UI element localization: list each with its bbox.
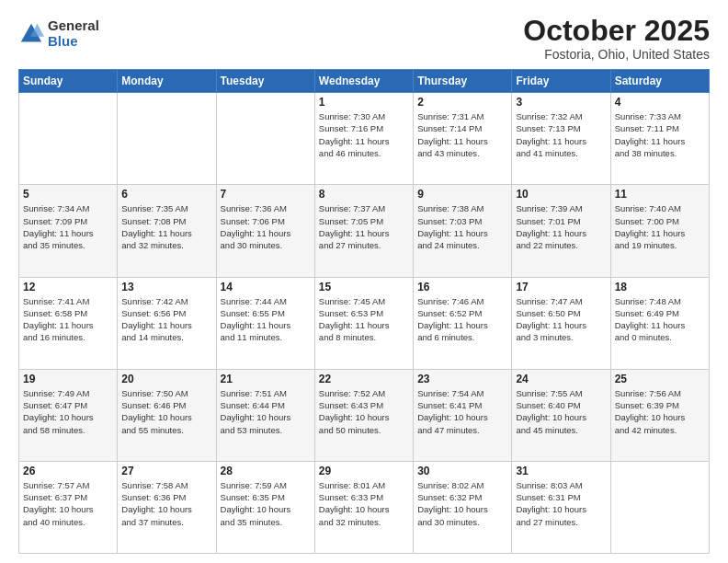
calendar-cell: 13Sunrise: 7:42 AM Sunset: 6:56 PM Dayli… [118, 277, 216, 369]
calendar-cell: 4Sunrise: 7:33 AM Sunset: 7:11 PM Daylig… [610, 93, 709, 185]
day-info: Sunrise: 7:35 AM Sunset: 7:08 PM Dayligh… [121, 202, 211, 251]
day-info: Sunrise: 8:03 AM Sunset: 6:31 PM Dayligh… [516, 479, 606, 528]
day-info: Sunrise: 7:57 AM Sunset: 6:37 PM Dayligh… [23, 479, 113, 528]
calendar-cell: 31Sunrise: 8:03 AM Sunset: 6:31 PM Dayli… [512, 461, 610, 553]
day-number: 13 [121, 281, 211, 293]
day-info: Sunrise: 7:33 AM Sunset: 7:11 PM Dayligh… [615, 110, 705, 159]
calendar-cell: 12Sunrise: 7:41 AM Sunset: 6:58 PM Dayli… [19, 277, 118, 369]
day-info: Sunrise: 7:58 AM Sunset: 6:36 PM Dayligh… [121, 479, 211, 528]
day-number: 19 [23, 373, 113, 385]
calendar-cell [19, 93, 118, 185]
day-number: 3 [516, 96, 606, 109]
day-number: 4 [615, 96, 705, 109]
calendar-cell [118, 93, 216, 185]
calendar-cell: 16Sunrise: 7:46 AM Sunset: 6:52 PM Dayli… [414, 277, 512, 369]
day-info: Sunrise: 7:49 AM Sunset: 6:47 PM Dayligh… [23, 387, 113, 436]
location: Fostoria, Ohio, United States [523, 47, 710, 62]
calendar-cell [610, 461, 709, 553]
col-tuesday: Tuesday [216, 70, 314, 93]
day-info: Sunrise: 7:41 AM Sunset: 6:58 PM Dayligh… [23, 295, 113, 344]
day-info: Sunrise: 7:37 AM Sunset: 7:05 PM Dayligh… [319, 202, 409, 251]
calendar-cell: 2Sunrise: 7:31 AM Sunset: 7:14 PM Daylig… [414, 93, 512, 185]
day-number: 28 [221, 465, 311, 477]
day-number: 22 [319, 373, 409, 385]
day-info: Sunrise: 7:38 AM Sunset: 7:03 PM Dayligh… [417, 202, 507, 251]
calendar-cell: 24Sunrise: 7:55 AM Sunset: 6:40 PM Dayli… [512, 369, 610, 461]
day-info: Sunrise: 7:56 AM Sunset: 6:39 PM Dayligh… [615, 387, 705, 436]
col-thursday: Thursday [414, 70, 512, 93]
day-number: 30 [417, 465, 507, 477]
day-number: 27 [121, 465, 211, 477]
day-info: Sunrise: 7:47 AM Sunset: 6:50 PM Dayligh… [516, 295, 606, 344]
calendar-cell: 8Sunrise: 7:37 AM Sunset: 7:05 PM Daylig… [314, 185, 413, 277]
day-number: 29 [319, 465, 409, 477]
calendar-week-row: 12Sunrise: 7:41 AM Sunset: 6:58 PM Dayli… [19, 277, 710, 369]
day-number: 17 [516, 281, 606, 293]
calendar-cell [216, 93, 314, 185]
day-number: 21 [221, 373, 311, 385]
day-number: 26 [23, 465, 113, 477]
day-number: 31 [516, 465, 606, 477]
day-info: Sunrise: 7:59 AM Sunset: 6:35 PM Dayligh… [221, 479, 311, 528]
calendar-cell: 11Sunrise: 7:40 AM Sunset: 7:00 PM Dayli… [610, 185, 709, 277]
calendar-cell: 7Sunrise: 7:36 AM Sunset: 7:06 PM Daylig… [216, 185, 314, 277]
day-number: 23 [417, 373, 507, 385]
day-info: Sunrise: 7:55 AM Sunset: 6:40 PM Dayligh… [516, 387, 606, 436]
day-number: 25 [615, 373, 705, 385]
day-info: Sunrise: 7:32 AM Sunset: 7:13 PM Dayligh… [516, 110, 606, 159]
calendar-cell: 15Sunrise: 7:45 AM Sunset: 6:53 PM Dayli… [314, 277, 413, 369]
calendar-cell: 27Sunrise: 7:58 AM Sunset: 6:36 PM Dayli… [118, 461, 216, 553]
calendar-week-row: 5Sunrise: 7:34 AM Sunset: 7:09 PM Daylig… [19, 185, 710, 277]
col-saturday: Saturday [610, 70, 709, 93]
day-number: 24 [516, 373, 606, 385]
day-number: 11 [615, 188, 705, 201]
calendar-cell: 9Sunrise: 7:38 AM Sunset: 7:03 PM Daylig… [414, 185, 512, 277]
calendar-cell: 19Sunrise: 7:49 AM Sunset: 6:47 PM Dayli… [19, 369, 118, 461]
day-number: 7 [221, 188, 311, 201]
day-info: Sunrise: 7:50 AM Sunset: 6:46 PM Dayligh… [121, 387, 211, 436]
calendar-cell: 29Sunrise: 8:01 AM Sunset: 6:33 PM Dayli… [314, 461, 413, 553]
calendar-header-row: Sunday Monday Tuesday Wednesday Thursday… [19, 70, 710, 93]
day-number: 10 [516, 188, 606, 201]
header: General Blue October 2025 Fostoria, Ohio… [18, 15, 710, 62]
logo: General Blue [18, 18, 99, 49]
calendar-cell: 17Sunrise: 7:47 AM Sunset: 6:50 PM Dayli… [512, 277, 610, 369]
day-info: Sunrise: 7:46 AM Sunset: 6:52 PM Dayligh… [417, 295, 507, 344]
day-number: 14 [221, 281, 311, 293]
calendar-cell: 6Sunrise: 7:35 AM Sunset: 7:08 PM Daylig… [118, 185, 216, 277]
day-number: 5 [23, 188, 113, 201]
day-number: 6 [121, 188, 211, 201]
day-info: Sunrise: 7:34 AM Sunset: 7:09 PM Dayligh… [23, 202, 113, 251]
day-info: Sunrise: 7:52 AM Sunset: 6:43 PM Dayligh… [319, 387, 409, 436]
day-info: Sunrise: 8:02 AM Sunset: 6:32 PM Dayligh… [417, 479, 507, 528]
day-info: Sunrise: 7:40 AM Sunset: 7:00 PM Dayligh… [615, 202, 705, 251]
day-info: Sunrise: 7:42 AM Sunset: 6:56 PM Dayligh… [121, 295, 211, 344]
day-number: 15 [319, 281, 409, 293]
calendar-cell: 21Sunrise: 7:51 AM Sunset: 6:44 PM Dayli… [216, 369, 314, 461]
calendar-week-row: 26Sunrise: 7:57 AM Sunset: 6:37 PM Dayli… [19, 461, 710, 553]
calendar-cell: 3Sunrise: 7:32 AM Sunset: 7:13 PM Daylig… [512, 93, 610, 185]
day-info: Sunrise: 7:48 AM Sunset: 6:49 PM Dayligh… [615, 295, 705, 344]
calendar-table: Sunday Monday Tuesday Wednesday Thursday… [18, 69, 710, 554]
logo-blue-text: Blue [48, 34, 99, 50]
day-number: 8 [319, 188, 409, 201]
day-info: Sunrise: 7:30 AM Sunset: 7:16 PM Dayligh… [319, 110, 409, 159]
month-title: October 2025 [523, 15, 710, 47]
calendar-cell: 25Sunrise: 7:56 AM Sunset: 6:39 PM Dayli… [610, 369, 709, 461]
calendar-week-row: 1Sunrise: 7:30 AM Sunset: 7:16 PM Daylig… [19, 93, 710, 185]
calendar-cell: 28Sunrise: 7:59 AM Sunset: 6:35 PM Dayli… [216, 461, 314, 553]
day-number: 16 [417, 281, 507, 293]
day-info: Sunrise: 7:36 AM Sunset: 7:06 PM Dayligh… [221, 202, 311, 251]
col-friday: Friday [512, 70, 610, 93]
day-info: Sunrise: 7:31 AM Sunset: 7:14 PM Dayligh… [417, 110, 507, 159]
day-info: Sunrise: 7:44 AM Sunset: 6:55 PM Dayligh… [221, 295, 311, 344]
day-number: 18 [615, 281, 705, 293]
day-info: Sunrise: 7:51 AM Sunset: 6:44 PM Dayligh… [221, 387, 311, 436]
day-number: 9 [417, 188, 507, 201]
title-block: October 2025 Fostoria, Ohio, United Stat… [523, 15, 710, 62]
calendar-cell: 18Sunrise: 7:48 AM Sunset: 6:49 PM Dayli… [610, 277, 709, 369]
calendar-cell: 5Sunrise: 7:34 AM Sunset: 7:09 PM Daylig… [19, 185, 118, 277]
calendar-week-row: 19Sunrise: 7:49 AM Sunset: 6:47 PM Dayli… [19, 369, 710, 461]
calendar-cell: 23Sunrise: 7:54 AM Sunset: 6:41 PM Dayli… [414, 369, 512, 461]
day-number: 1 [319, 96, 409, 109]
